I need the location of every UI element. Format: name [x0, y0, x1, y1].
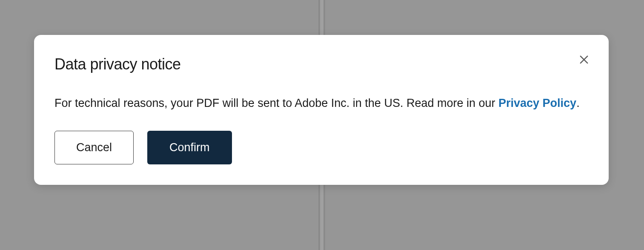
close-icon	[578, 54, 590, 67]
body-text-before-link: For technical reasons, your PDF will be …	[54, 97, 498, 109]
cancel-button[interactable]: Cancel	[54, 131, 134, 164]
body-text-after-link: .	[576, 97, 580, 109]
modal-title: Data privacy notice	[54, 55, 181, 73]
privacy-notice-modal: Data privacy notice For technical reason…	[34, 35, 609, 185]
modal-body: For technical reasons, your PDF will be …	[54, 94, 588, 113]
confirm-button[interactable]: Confirm	[147, 131, 232, 164]
modal-header: Data privacy notice	[54, 55, 588, 73]
close-button[interactable]	[576, 52, 592, 69]
modal-footer: Cancel Confirm	[54, 131, 588, 164]
privacy-policy-link[interactable]: Privacy Policy	[498, 97, 576, 109]
